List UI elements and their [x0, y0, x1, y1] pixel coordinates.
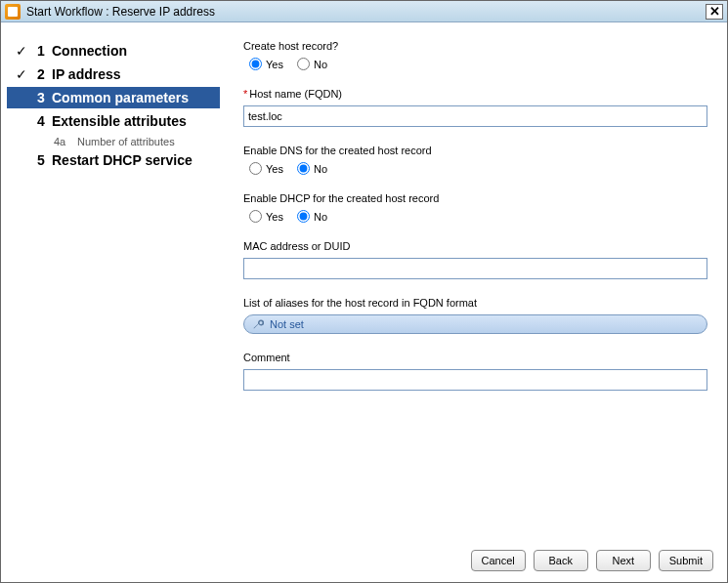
substep-number-of-attributes[interactable]: 4a Number of attributes	[7, 134, 220, 149]
enable-dhcp-label: Enable DHCP for the created host record	[243, 192, 707, 204]
dialog-body: 1 Connection 2 IP address 3 Common param…	[1, 22, 727, 539]
radio-text: No	[314, 59, 327, 70]
enable-dns-label: Enable DNS for the created host record	[243, 145, 707, 156]
hostname-input[interactable]	[243, 105, 707, 127]
radio-text: No	[314, 163, 327, 175]
close-icon: ✕	[709, 5, 720, 18]
enable-dns-no-radio[interactable]	[297, 162, 310, 175]
enable-dns-yes-radio[interactable]	[249, 162, 262, 175]
field-create-host: Create host record? Yes No	[243, 40, 707, 70]
form-content: Create host record? Yes No Host name (FQ…	[226, 22, 727, 539]
dialog-footer: Cancel Back Next Submit	[1, 539, 727, 582]
cancel-button[interactable]: Cancel	[471, 550, 526, 571]
check-icon	[13, 66, 30, 82]
step-label: Restart DHCP service	[52, 152, 193, 168]
step-num: 5	[30, 152, 52, 168]
back-button[interactable]: Back	[534, 550, 588, 571]
create-host-label: Create host record?	[243, 40, 707, 52]
hostname-label: Host name (FQDN)	[243, 88, 707, 100]
substep-num: 4a	[54, 136, 77, 147]
enable-dhcp-no-label[interactable]: No	[297, 210, 327, 223]
step-common-parameters[interactable]: 3 Common parameters	[7, 87, 220, 108]
step-label: Connection	[52, 43, 127, 59]
enable-dhcp-no-radio[interactable]	[297, 210, 310, 223]
create-host-yes-radio[interactable]	[249, 58, 262, 70]
mac-label: MAC address or DUID	[243, 240, 707, 252]
field-enable-dhcp: Enable DHCP for the created host record …	[243, 192, 707, 223]
radio-text: Yes	[266, 59, 283, 70]
field-aliases: List of aliases for the host record in F…	[243, 297, 707, 334]
comment-input[interactable]	[243, 369, 707, 391]
title-bar: Start Workflow : Reserve IP address ✕	[1, 1, 727, 22]
create-host-no-label[interactable]: No	[297, 58, 327, 70]
step-label: Extensible attributes	[52, 113, 187, 129]
substep-label: Number of attributes	[77, 136, 175, 147]
create-host-no-radio[interactable]	[297, 58, 310, 70]
enable-dhcp-radio-group: Yes No	[243, 210, 707, 223]
step-extensible-attributes[interactable]: 4 Extensible attributes	[7, 110, 220, 132]
window-title: Start Workflow : Reserve IP address	[26, 5, 706, 19]
field-hostname: Host name (FQDN)	[243, 88, 707, 127]
enable-dhcp-yes-label[interactable]: Yes	[249, 210, 283, 223]
step-num: 4	[30, 113, 52, 129]
field-enable-dns: Enable DNS for the created host record Y…	[243, 145, 707, 175]
workflow-icon	[5, 4, 21, 20]
step-ip-address[interactable]: 2 IP address	[7, 63, 220, 85]
enable-dns-radio-group: Yes No	[243, 162, 707, 175]
aliases-picker[interactable]: Not set	[243, 314, 707, 334]
enable-dns-no-label[interactable]: No	[297, 162, 327, 175]
field-mac: MAC address or DUID	[243, 240, 707, 279]
submit-button[interactable]: Submit	[659, 550, 713, 571]
step-label: Common parameters	[52, 90, 189, 105]
radio-text: Yes	[266, 211, 283, 223]
step-num: 1	[30, 43, 52, 59]
mac-input[interactable]	[243, 258, 707, 279]
enable-dhcp-yes-radio[interactable]	[249, 210, 262, 223]
step-num: 2	[30, 66, 52, 82]
step-sidebar: 1 Connection 2 IP address 3 Common param…	[1, 22, 226, 539]
step-restart-dhcp[interactable]: 5 Restart DHCP service	[7, 149, 220, 171]
wrench-icon	[252, 318, 264, 330]
radio-text: Yes	[266, 163, 283, 175]
aliases-value: Not set	[270, 318, 304, 330]
close-button[interactable]: ✕	[706, 4, 723, 20]
enable-dns-yes-label[interactable]: Yes	[249, 162, 283, 175]
step-connection[interactable]: 1 Connection	[7, 40, 220, 62]
aliases-label: List of aliases for the host record in F…	[243, 297, 707, 309]
step-num: 3	[30, 90, 52, 105]
field-comment: Comment	[243, 352, 707, 391]
create-host-radio-group: Yes No	[243, 58, 707, 70]
workflow-dialog: Start Workflow : Reserve IP address ✕ 1 …	[0, 0, 728, 583]
next-button[interactable]: Next	[596, 550, 651, 571]
comment-label: Comment	[243, 352, 707, 363]
check-icon	[13, 43, 30, 59]
radio-text: No	[314, 211, 327, 223]
create-host-yes-label[interactable]: Yes	[249, 58, 283, 70]
step-label: IP address	[52, 66, 121, 82]
